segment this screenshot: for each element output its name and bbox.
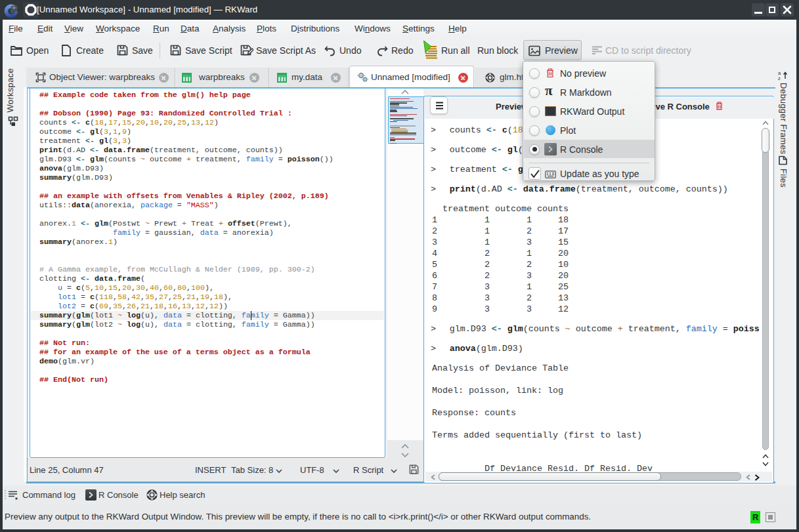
svg-text:z: z	[778, 75, 781, 81]
svg-text:R: R	[11, 3, 18, 14]
